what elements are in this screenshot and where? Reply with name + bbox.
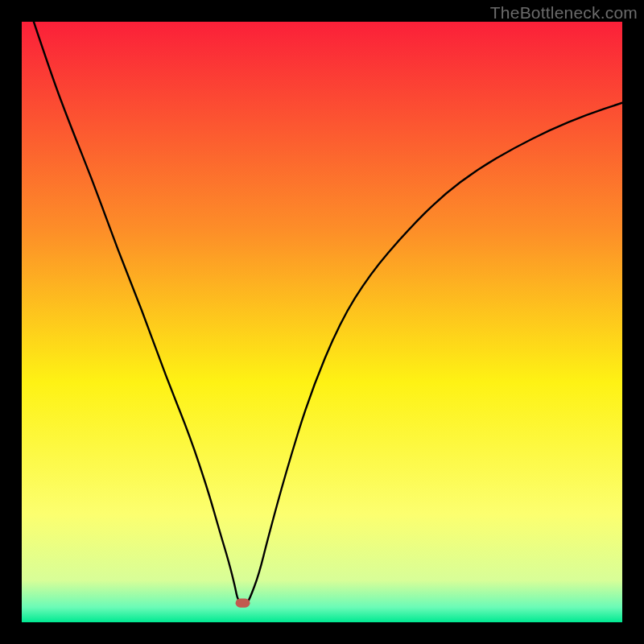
plot-area [22, 22, 622, 622]
minimum-marker [236, 599, 250, 608]
chart-frame: TheBottleneck.com [0, 0, 644, 644]
chart-svg [22, 22, 622, 622]
watermark-text: TheBottleneck.com [490, 3, 638, 23]
gradient-background [22, 22, 622, 622]
